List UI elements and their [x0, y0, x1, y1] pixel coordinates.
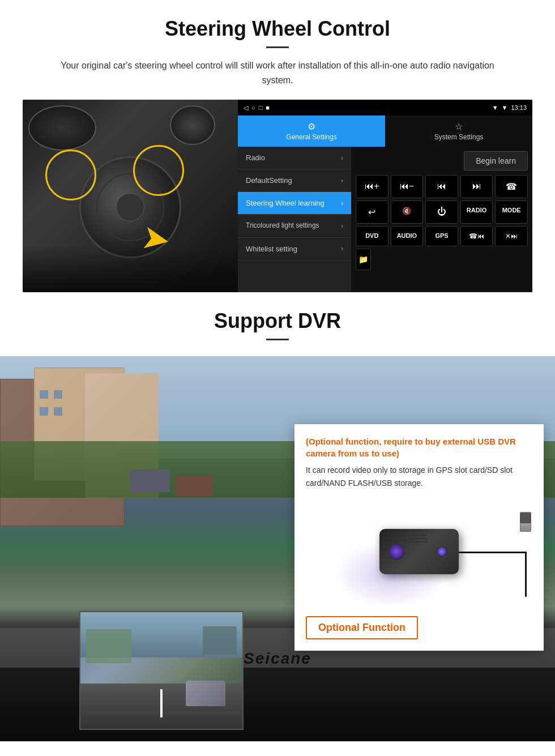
control-panel: Begin learn ⏮+ ⏮− ⏮ ⏭ ☎ ↩ 🔇 ⏻ RADIO — [351, 147, 532, 292]
chevron-right-icon: › — [341, 245, 343, 253]
dvr-info-card: (Optional function, require to buy exter… — [294, 424, 544, 651]
ctrl-vol-down[interactable]: ⏮− — [391, 175, 424, 198]
menu-item-radio[interactable]: Radio › — [238, 147, 351, 169]
tab-system-settings[interactable]: ☆ System Settings — [385, 116, 532, 147]
ctrl-audio[interactable]: AUDIO — [391, 226, 424, 246]
android-panel: ◁ ○ □ ■ ▼ ▼ 13:13 ⚙ General Settings — [238, 100, 532, 292]
begin-learn-row: Begin learn — [356, 151, 528, 170]
menu-item-defaultsetting[interactable]: DefaultSetting › — [238, 169, 351, 192]
android-statusbar: ◁ ○ □ ■ ▼ ▼ 13:13 — [238, 100, 532, 116]
ctrl-gps[interactable]: GPS — [425, 226, 458, 246]
statusbar-left-icons: ◁ ○ □ ■ — [244, 104, 270, 112]
ctrl-hangup[interactable]: ↩ — [356, 200, 388, 224]
chevron-right-icon: › — [341, 177, 343, 185]
ctrl-mute-next[interactable]: ✕⏭ — [495, 226, 528, 246]
nav-menu-icon: ■ — [266, 104, 270, 111]
steering-section: Steering Wheel Control Your original car… — [0, 0, 555, 292]
ctrl-folder[interactable]: 📁 — [356, 249, 371, 270]
dvr-title-divider — [266, 339, 289, 340]
menu-item-steering-learning[interactable]: Steering Wheel learning › — [238, 192, 351, 215]
camera-lens-icon — [388, 543, 405, 560]
chevron-right-icon: › — [341, 154, 343, 162]
system-settings-icon: ☆ — [388, 121, 530, 132]
seicane-brand: Seicane — [244, 650, 311, 668]
wifi-icon: ▼ — [502, 104, 508, 111]
page-title: Steering Wheel Control — [23, 17, 532, 41]
tab-general-settings[interactable]: ⚙ General Settings — [238, 116, 385, 147]
dvr-section: Support DVR — [0, 292, 555, 741]
camera-body — [379, 529, 459, 574]
optional-function-badge: Optional Function — [306, 616, 418, 639]
ctrl-phone[interactable]: ☎ — [495, 175, 528, 198]
general-settings-icon: ⚙ — [241, 121, 382, 132]
right-control-circle — [133, 145, 184, 196]
nav-home-icon: ○ — [251, 104, 255, 111]
section-subtitle: Your original car's steering wheel contr… — [45, 58, 510, 87]
control-buttons-grid: ⏮+ ⏮− ⏮ ⏭ ☎ ↩ 🔇 ⏻ RADIO MODE DVD AUDIO — [356, 175, 528, 246]
begin-learn-button[interactable]: Begin learn — [464, 151, 528, 170]
chevron-right-icon: › — [341, 199, 343, 207]
ctrl-power[interactable]: ⏻ — [425, 200, 458, 224]
settings-menu: Radio › DefaultSetting › Steering Wheel … — [238, 147, 351, 292]
signal-icon: ▼ — [492, 104, 498, 111]
ctrl-mute[interactable]: 🔇 — [391, 200, 424, 224]
dvr-camera-image — [306, 495, 532, 608]
statusbar-right-icons: ▼ ▼ 13:13 — [492, 104, 527, 111]
left-control-circle — [45, 150, 96, 200]
dvr-description: It can record video only to storage in G… — [306, 464, 532, 489]
dvr-optional-notice: (Optional function, require to buy exter… — [306, 435, 532, 459]
ctrl-vol-up[interactable]: ⏮+ — [356, 175, 388, 198]
dvr-preview-inset — [79, 611, 244, 730]
menu-item-tricoloured[interactable]: Tricoloured light settings › — [238, 215, 351, 238]
title-divider — [266, 46, 289, 48]
dvr-title: Support DVR — [23, 309, 532, 333]
ctrl-mode[interactable]: MODE — [495, 200, 528, 224]
ctrl-prev[interactable]: ⏮ — [425, 175, 458, 198]
ctrl-phone-prev[interactable]: ☎⏮ — [460, 226, 493, 246]
ctrl-next[interactable]: ⏭ — [460, 175, 493, 198]
nav-back-icon: ◁ — [244, 104, 248, 112]
time-display: 13:13 — [511, 104, 527, 111]
menu-item-whitelist[interactable]: Whitelist setting › — [238, 238, 351, 260]
steering-wheel-photo: ➤ — [23, 100, 238, 292]
settings-tabs: ⚙ General Settings ☆ System Settings — [238, 116, 532, 147]
dvr-image-area: (Optional function, require to buy exter… — [0, 356, 555, 741]
camera-lens2-icon — [436, 546, 447, 557]
ctrl-radio[interactable]: RADIO — [460, 200, 493, 224]
chevron-right-icon: › — [341, 222, 343, 230]
nav-recent-icon: □ — [259, 104, 263, 111]
panel-body: Radio › DefaultSetting › Steering Wheel … — [238, 147, 532, 292]
car-composite: ➤ ◁ ○ □ ■ ▼ ▼ 13:13 — [23, 100, 532, 292]
dvr-title-area: Support DVR — [0, 292, 555, 356]
ctrl-dvd[interactable]: DVD — [356, 226, 388, 246]
inset-road-line — [160, 689, 163, 717]
